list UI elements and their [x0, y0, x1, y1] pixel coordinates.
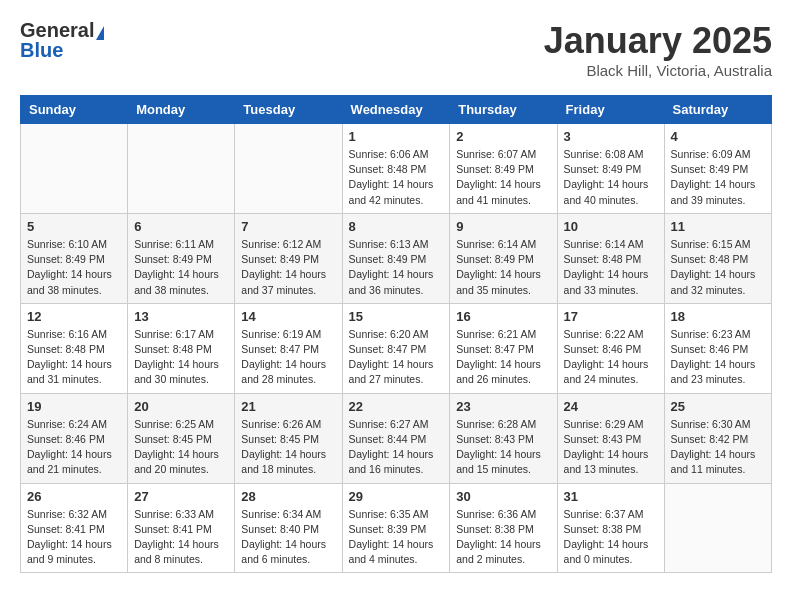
day-number: 19: [27, 399, 121, 414]
calendar-day-cell: [128, 124, 235, 214]
day-detail: Sunrise: 6:14 AM Sunset: 8:49 PM Dayligh…: [456, 237, 550, 298]
day-detail: Sunrise: 6:26 AM Sunset: 8:45 PM Dayligh…: [241, 417, 335, 478]
calendar-table: SundayMondayTuesdayWednesdayThursdayFrid…: [20, 95, 772, 573]
weekday-header-cell: Saturday: [664, 96, 771, 124]
calendar-day-cell: 31Sunrise: 6:37 AM Sunset: 8:38 PM Dayli…: [557, 483, 664, 573]
calendar-day-cell: 28Sunrise: 6:34 AM Sunset: 8:40 PM Dayli…: [235, 483, 342, 573]
day-detail: Sunrise: 6:29 AM Sunset: 8:43 PM Dayligh…: [564, 417, 658, 478]
page-header: General Blue January 2025 Black Hill, Vi…: [20, 20, 772, 79]
day-number: 23: [456, 399, 550, 414]
calendar-day-cell: 7Sunrise: 6:12 AM Sunset: 8:49 PM Daylig…: [235, 213, 342, 303]
day-number: 15: [349, 309, 444, 324]
day-detail: Sunrise: 6:34 AM Sunset: 8:40 PM Dayligh…: [241, 507, 335, 568]
day-detail: Sunrise: 6:22 AM Sunset: 8:46 PM Dayligh…: [564, 327, 658, 388]
day-detail: Sunrise: 6:12 AM Sunset: 8:49 PM Dayligh…: [241, 237, 335, 298]
calendar-week-row: 5Sunrise: 6:10 AM Sunset: 8:49 PM Daylig…: [21, 213, 772, 303]
calendar-day-cell: 1Sunrise: 6:06 AM Sunset: 8:48 PM Daylig…: [342, 124, 450, 214]
weekday-header-cell: Sunday: [21, 96, 128, 124]
calendar-day-cell: 30Sunrise: 6:36 AM Sunset: 8:38 PM Dayli…: [450, 483, 557, 573]
calendar-day-cell: 2Sunrise: 6:07 AM Sunset: 8:49 PM Daylig…: [450, 124, 557, 214]
day-detail: Sunrise: 6:08 AM Sunset: 8:49 PM Dayligh…: [564, 147, 658, 208]
day-detail: Sunrise: 6:36 AM Sunset: 8:38 PM Dayligh…: [456, 507, 550, 568]
calendar-day-cell: 23Sunrise: 6:28 AM Sunset: 8:43 PM Dayli…: [450, 393, 557, 483]
weekday-header-cell: Wednesday: [342, 96, 450, 124]
day-detail: Sunrise: 6:35 AM Sunset: 8:39 PM Dayligh…: [349, 507, 444, 568]
day-number: 6: [134, 219, 228, 234]
day-detail: Sunrise: 6:20 AM Sunset: 8:47 PM Dayligh…: [349, 327, 444, 388]
day-detail: Sunrise: 6:24 AM Sunset: 8:46 PM Dayligh…: [27, 417, 121, 478]
day-number: 5: [27, 219, 121, 234]
day-number: 1: [349, 129, 444, 144]
day-detail: Sunrise: 6:23 AM Sunset: 8:46 PM Dayligh…: [671, 327, 765, 388]
calendar-day-cell: 26Sunrise: 6:32 AM Sunset: 8:41 PM Dayli…: [21, 483, 128, 573]
logo-general-text: General: [20, 19, 94, 41]
day-number: 12: [27, 309, 121, 324]
day-number: 22: [349, 399, 444, 414]
logo-triangle-icon: [96, 26, 104, 40]
day-detail: Sunrise: 6:14 AM Sunset: 8:48 PM Dayligh…: [564, 237, 658, 298]
calendar-day-cell: 20Sunrise: 6:25 AM Sunset: 8:45 PM Dayli…: [128, 393, 235, 483]
calendar-day-cell: 25Sunrise: 6:30 AM Sunset: 8:42 PM Dayli…: [664, 393, 771, 483]
calendar-day-cell: 21Sunrise: 6:26 AM Sunset: 8:45 PM Dayli…: [235, 393, 342, 483]
calendar-day-cell: 17Sunrise: 6:22 AM Sunset: 8:46 PM Dayli…: [557, 303, 664, 393]
calendar-day-cell: 14Sunrise: 6:19 AM Sunset: 8:47 PM Dayli…: [235, 303, 342, 393]
calendar-day-cell: 29Sunrise: 6:35 AM Sunset: 8:39 PM Dayli…: [342, 483, 450, 573]
day-detail: Sunrise: 6:21 AM Sunset: 8:47 PM Dayligh…: [456, 327, 550, 388]
day-detail: Sunrise: 6:28 AM Sunset: 8:43 PM Dayligh…: [456, 417, 550, 478]
day-number: 29: [349, 489, 444, 504]
day-number: 24: [564, 399, 658, 414]
day-number: 17: [564, 309, 658, 324]
weekday-header-cell: Monday: [128, 96, 235, 124]
calendar-day-cell: 8Sunrise: 6:13 AM Sunset: 8:49 PM Daylig…: [342, 213, 450, 303]
title-block: January 2025 Black Hill, Victoria, Austr…: [544, 20, 772, 79]
weekday-header-row: SundayMondayTuesdayWednesdayThursdayFrid…: [21, 96, 772, 124]
weekday-header-cell: Thursday: [450, 96, 557, 124]
day-number: 16: [456, 309, 550, 324]
logo: General Blue: [20, 20, 104, 60]
calendar-day-cell: 6Sunrise: 6:11 AM Sunset: 8:49 PM Daylig…: [128, 213, 235, 303]
calendar-day-cell: [21, 124, 128, 214]
calendar-day-cell: [664, 483, 771, 573]
day-detail: Sunrise: 6:10 AM Sunset: 8:49 PM Dayligh…: [27, 237, 121, 298]
day-detail: Sunrise: 6:17 AM Sunset: 8:48 PM Dayligh…: [134, 327, 228, 388]
calendar-day-cell: 3Sunrise: 6:08 AM Sunset: 8:49 PM Daylig…: [557, 124, 664, 214]
day-number: 7: [241, 219, 335, 234]
day-number: 30: [456, 489, 550, 504]
day-detail: Sunrise: 6:37 AM Sunset: 8:38 PM Dayligh…: [564, 507, 658, 568]
calendar-day-cell: 22Sunrise: 6:27 AM Sunset: 8:44 PM Dayli…: [342, 393, 450, 483]
weekday-header-cell: Tuesday: [235, 96, 342, 124]
calendar-day-cell: 4Sunrise: 6:09 AM Sunset: 8:49 PM Daylig…: [664, 124, 771, 214]
day-number: 4: [671, 129, 765, 144]
calendar-week-row: 1Sunrise: 6:06 AM Sunset: 8:48 PM Daylig…: [21, 124, 772, 214]
day-detail: Sunrise: 6:16 AM Sunset: 8:48 PM Dayligh…: [27, 327, 121, 388]
calendar-day-cell: [235, 124, 342, 214]
calendar-day-cell: 11Sunrise: 6:15 AM Sunset: 8:48 PM Dayli…: [664, 213, 771, 303]
calendar-day-cell: 19Sunrise: 6:24 AM Sunset: 8:46 PM Dayli…: [21, 393, 128, 483]
day-detail: Sunrise: 6:30 AM Sunset: 8:42 PM Dayligh…: [671, 417, 765, 478]
logo-blue-text: Blue: [20, 39, 63, 61]
day-number: 14: [241, 309, 335, 324]
day-detail: Sunrise: 6:07 AM Sunset: 8:49 PM Dayligh…: [456, 147, 550, 208]
calendar-day-cell: 16Sunrise: 6:21 AM Sunset: 8:47 PM Dayli…: [450, 303, 557, 393]
day-number: 8: [349, 219, 444, 234]
calendar-day-cell: 15Sunrise: 6:20 AM Sunset: 8:47 PM Dayli…: [342, 303, 450, 393]
day-number: 2: [456, 129, 550, 144]
day-detail: Sunrise: 6:09 AM Sunset: 8:49 PM Dayligh…: [671, 147, 765, 208]
day-detail: Sunrise: 6:15 AM Sunset: 8:48 PM Dayligh…: [671, 237, 765, 298]
day-number: 28: [241, 489, 335, 504]
day-number: 10: [564, 219, 658, 234]
location-text: Black Hill, Victoria, Australia: [544, 62, 772, 79]
day-number: 27: [134, 489, 228, 504]
day-number: 26: [27, 489, 121, 504]
day-detail: Sunrise: 6:27 AM Sunset: 8:44 PM Dayligh…: [349, 417, 444, 478]
calendar-day-cell: 13Sunrise: 6:17 AM Sunset: 8:48 PM Dayli…: [128, 303, 235, 393]
day-detail: Sunrise: 6:19 AM Sunset: 8:47 PM Dayligh…: [241, 327, 335, 388]
calendar-day-cell: 27Sunrise: 6:33 AM Sunset: 8:41 PM Dayli…: [128, 483, 235, 573]
day-detail: Sunrise: 6:25 AM Sunset: 8:45 PM Dayligh…: [134, 417, 228, 478]
day-number: 20: [134, 399, 228, 414]
day-detail: Sunrise: 6:32 AM Sunset: 8:41 PM Dayligh…: [27, 507, 121, 568]
day-number: 9: [456, 219, 550, 234]
weekday-header-cell: Friday: [557, 96, 664, 124]
day-detail: Sunrise: 6:13 AM Sunset: 8:49 PM Dayligh…: [349, 237, 444, 298]
day-detail: Sunrise: 6:11 AM Sunset: 8:49 PM Dayligh…: [134, 237, 228, 298]
